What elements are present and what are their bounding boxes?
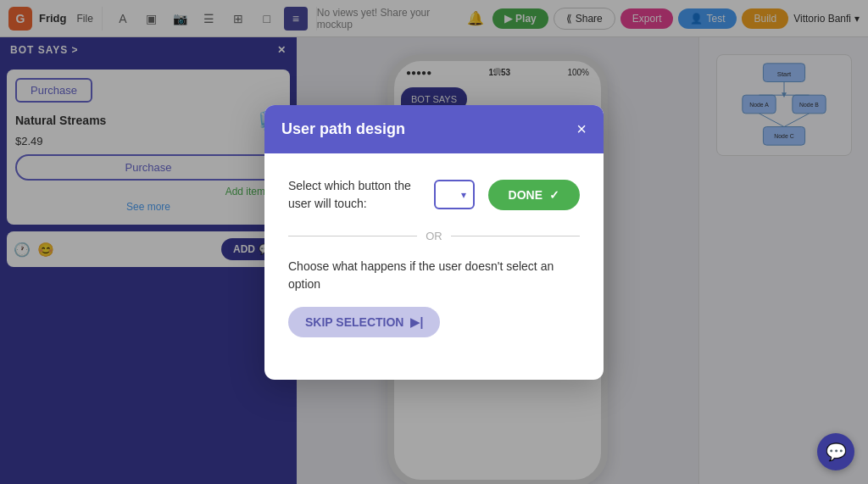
modal-close-button[interactable]: ×	[576, 120, 587, 137]
or-divider: OR	[288, 230, 580, 242]
modal-overlay[interactable]: User path design × Select which button t…	[0, 0, 868, 484]
floating-chat-button[interactable]: 💬	[817, 433, 854, 470]
modal-select-wrapper: Organic Springs: Purchase Natural Stream…	[434, 180, 475, 209]
or-line-left	[288, 236, 417, 236]
or-text: OR	[426, 230, 442, 242]
modal-select-label: Select which button the user will touch:	[288, 177, 420, 213]
modal-skip-desc: Choose what happens if the user doesn't …	[288, 258, 580, 293]
modal-body: Select which button the user will touch:…	[264, 153, 604, 380]
modal-header: User path design ×	[264, 105, 604, 153]
modal-section-skip: Choose what happens if the user doesn't …	[288, 258, 580, 337]
user-path-modal: User path design × Select which button t…	[264, 105, 604, 380]
modal-select-row: Select which button the user will touch:…	[288, 177, 580, 213]
done-button[interactable]: DONE ✓	[488, 180, 580, 210]
done-check-icon: ✓	[549, 188, 559, 202]
modal-title: User path design	[281, 120, 405, 138]
skip-arrow-icon: ▶|	[410, 315, 423, 329]
skip-selection-button[interactable]: SKIP SELECTION ▶|	[288, 307, 440, 337]
button-select[interactable]: Organic Springs: Purchase Natural Stream…	[434, 180, 475, 209]
chat-float-icon: 💬	[826, 442, 847, 462]
modal-section-select: Select which button the user will touch:…	[288, 177, 580, 213]
or-line-right	[451, 236, 580, 236]
